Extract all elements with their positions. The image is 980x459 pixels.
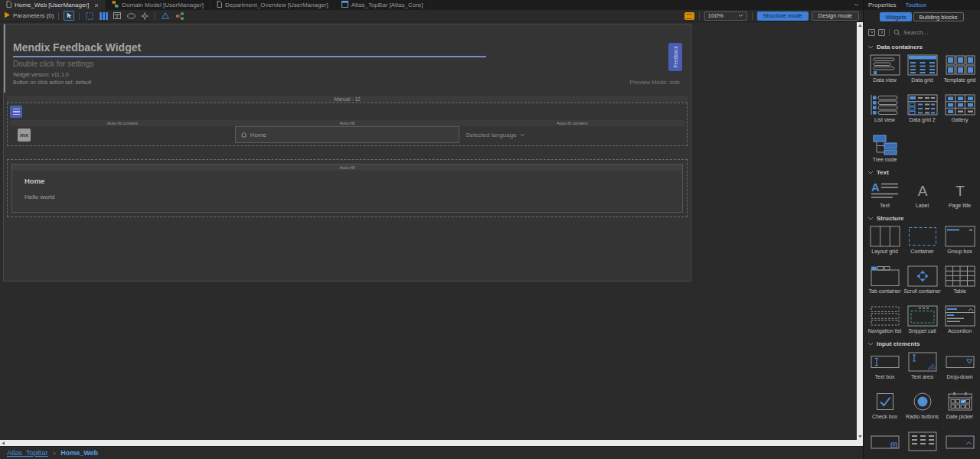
layout-grid-row-header[interactable]: Manual - 12 (7, 96, 688, 103)
design-mode-button[interactable]: Design mode (812, 11, 859, 21)
toolbox-item-drop-down[interactable]: Drop-down (941, 351, 978, 381)
ellipse-icon[interactable] (126, 11, 136, 21)
tab-overflow-chevron-icon[interactable] (854, 0, 859, 10)
toolbox-item-data-grid-2[interactable]: Data grid 2 (903, 94, 941, 124)
toolbox-item-template-grid[interactable]: Template grid (941, 54, 978, 84)
select-tool-icon[interactable] (64, 11, 74, 21)
tab-domain-model[interactable]: Domain Model [UserManager] (106, 0, 211, 10)
page-title-icon: T (945, 180, 975, 201)
nav-column-language[interactable]: Auto-fit content Selected language (459, 120, 684, 143)
nav-column-menu[interactable]: Auto-fill Home (235, 120, 460, 143)
toolbox-item-snippet-call[interactable]: Snippet call (903, 305, 941, 335)
toolbox-item-text[interactable]: A Text (866, 180, 903, 210)
feedback-button[interactable]: Feedback (668, 43, 682, 71)
menu-button[interactable] (10, 106, 22, 118)
scroll-left-icon[interactable] (2, 441, 5, 445)
toolbox-item-group-box[interactable]: Group box (941, 226, 978, 256)
structure-mode-button[interactable]: Structure mode (757, 11, 808, 21)
toolbox-item-label[interactable]: A Label (903, 180, 941, 210)
window-grid-icon[interactable] (112, 11, 122, 21)
language-icon[interactable] (684, 12, 694, 20)
editor-main-area: Home_Web [UserManager] Domain Model [Use… (0, 0, 864, 459)
label-icon: A (907, 180, 938, 201)
mx-logo[interactable]: mx (18, 129, 31, 142)
input-elements-grid: Text box Text area Drop-down Check box R… (864, 348, 980, 459)
content-placeholder[interactable]: Auto-fill Home Hello world (11, 164, 683, 213)
layout-icon (341, 1, 348, 9)
toolbar-separator (79, 12, 80, 20)
content-region[interactable]: Auto-fill Home Hello world (7, 159, 688, 217)
building-blocks-button[interactable]: Building blocks (913, 12, 964, 21)
data-grid-2-icon (907, 94, 938, 116)
toolbox-item-navigation-list[interactable]: Navigation list (866, 305, 903, 335)
collapse-all-icon[interactable] (868, 29, 875, 36)
triangle-icon[interactable] (160, 11, 171, 21)
toolbox-categories: Data containers Data view Data grid Temp… (864, 39, 980, 459)
navigation-region[interactable]: Auto-fit content mx Auto-fill Home (7, 103, 688, 146)
toolbox-item-gallery[interactable]: Gallery (941, 94, 978, 124)
scroll-up-icon[interactable] (857, 22, 863, 28)
tab-department-overview[interactable]: Department_Overview [UserManager] (211, 0, 335, 10)
toolbox-item-tab-container[interactable]: Tab container (866, 265, 903, 295)
gallery-icon (945, 94, 975, 116)
expand-all-icon[interactable] (878, 29, 885, 36)
toolbox-item-date-picker[interactable]: Date picker (941, 391, 978, 421)
vertical-scrollbar[interactable] (857, 22, 863, 440)
toolbox-item-data-grid[interactable]: Data grid (903, 54, 941, 84)
toolbox-item-text-area[interactable]: Text area (903, 351, 941, 381)
toolbox-item-scroll-container[interactable]: Scroll container (903, 265, 941, 295)
chevron-down-icon (867, 342, 874, 346)
close-icon[interactable] (94, 3, 99, 8)
data-containers-grid: Data view Data grid Template grid List v… (864, 51, 980, 164)
toolbox-item-layout-grid[interactable]: Layout grid (866, 226, 903, 256)
zoom-select[interactable]: 100% (704, 11, 747, 21)
page-document[interactable]: Mendix Feedback Widget Double click for … (3, 24, 691, 282)
toolbox-item-container[interactable]: Container (903, 226, 941, 256)
category-structure[interactable]: Structure (867, 215, 980, 222)
toolbox-item-table[interactable]: Table (941, 265, 978, 295)
category-text[interactable]: Text (867, 169, 980, 176)
toolbox-item-reference-set-selector[interactable] (903, 431, 941, 459)
scroll-container-icon (907, 265, 938, 287)
tab-home-web[interactable]: Home_Web [UserManager] (0, 0, 106, 10)
toolbox-item-combo-box[interactable] (941, 431, 978, 459)
nav-home-item[interactable]: Home (235, 126, 460, 143)
columns-icon[interactable] (98, 11, 109, 21)
tab-toolbox[interactable]: Toolbox (905, 2, 926, 8)
page-canvas[interactable]: Mendix Feedback Widget Double click for … (0, 22, 863, 446)
toolbox-item-data-view[interactable]: Data view (866, 54, 903, 84)
marquee-select-icon[interactable] (84, 11, 95, 21)
category-data-containers[interactable]: Data containers (867, 44, 980, 50)
category-input-elements[interactable]: Input elements (867, 340, 980, 347)
toolbox-item-accordion[interactable]: Accordion (941, 305, 978, 335)
horizontal-scrollbar[interactable] (0, 440, 857, 446)
tab-label: Atlas_TopBar [Atlas_Core] (351, 2, 423, 8)
chevron-down-icon (738, 14, 743, 18)
list-view-icon (870, 94, 900, 116)
toolbox-item-radio-buttons[interactable]: Radio buttons (903, 391, 941, 421)
toolbox-item-check-box[interactable]: Check box (866, 391, 903, 421)
page-body-text[interactable]: Hello world (24, 194, 682, 200)
breadcrumb-home-web[interactable]: Home_Web (60, 449, 98, 457)
tab-atlas-topbar[interactable]: Atlas_TopBar [Atlas_Core] (335, 0, 430, 10)
widgets-button[interactable]: Widgets (880, 12, 911, 21)
breadcrumb-atlas-topbar[interactable]: Atlas_TopBar (7, 449, 48, 457)
language-selector[interactable]: Selected language (459, 126, 684, 143)
toolbox-item-tree-node[interactable]: Tree node (866, 134, 903, 164)
scroll-down-icon[interactable] (857, 434, 863, 440)
page-title-text[interactable]: Home (24, 177, 682, 185)
toolbox-item-page-title[interactable]: T Page title (941, 180, 978, 210)
tab-properties[interactable]: Properties (868, 2, 896, 8)
toolbox-item-reference-selector[interactable] (866, 431, 903, 459)
toolbox-item-list-view[interactable]: List view (866, 94, 903, 124)
feedback-widget-block[interactable]: Mendix Feedback Widget Double click for … (4, 24, 691, 93)
search-input[interactable] (903, 29, 965, 36)
microflow-icon[interactable] (174, 11, 185, 21)
dock-icon[interactable] (139, 11, 150, 21)
parameters-button[interactable]: Parameters (0) (4, 11, 54, 21)
layout-grid-icon (870, 226, 900, 247)
nav-column-brand[interactable]: Auto-fit content mx (10, 120, 235, 143)
widget-action-text: Button on click action set: default (13, 80, 91, 85)
toolbox-item-text-box[interactable]: Text box (866, 351, 903, 381)
radio-buttons-icon (907, 391, 938, 412)
